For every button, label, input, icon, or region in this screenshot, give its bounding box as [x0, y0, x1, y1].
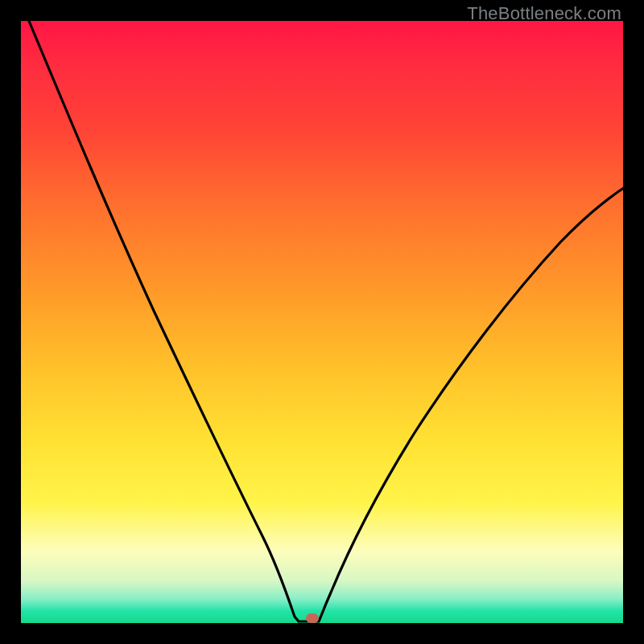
bottleneck-curve-path	[29, 21, 623, 621]
plot-area	[21, 21, 623, 623]
curve-svg	[21, 21, 623, 623]
chart-frame: TheBottleneck.com	[0, 0, 644, 644]
optimal-point-marker	[306, 613, 319, 623]
